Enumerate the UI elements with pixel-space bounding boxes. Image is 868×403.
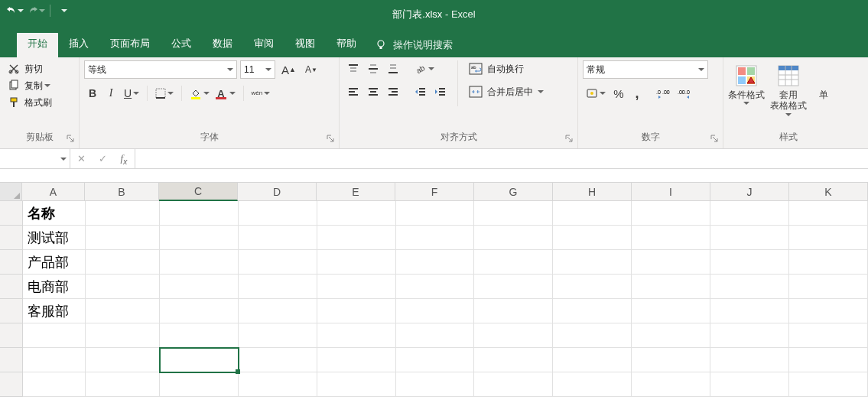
cell-H3[interactable] [553, 250, 632, 275]
cell-J4[interactable] [710, 275, 789, 299]
cell-G8[interactable] [474, 372, 553, 397]
tab-review[interactable]: 审阅 [243, 31, 284, 57]
number-launcher[interactable] [709, 133, 720, 144]
increase-indent-button[interactable] [431, 83, 450, 100]
cell-H1[interactable] [553, 201, 632, 226]
font-color-button[interactable]: A [214, 85, 238, 102]
column-header-F[interactable]: F [395, 183, 474, 201]
cell-H6[interactable] [553, 323, 632, 348]
column-header-D[interactable]: D [238, 183, 317, 201]
cell-K8[interactable] [789, 372, 868, 397]
cell-I5[interactable] [632, 299, 710, 323]
cell-B1[interactable] [86, 201, 160, 226]
column-header-I[interactable]: I [632, 183, 710, 201]
bold-button[interactable]: B [84, 85, 101, 102]
enter-formula-button[interactable]: ✓ [92, 151, 113, 167]
cell-D6[interactable] [239, 323, 317, 348]
accounting-format-button[interactable] [583, 85, 609, 102]
tab-home[interactable]: 开始 [17, 31, 58, 57]
alignment-launcher[interactable] [564, 133, 574, 144]
cell-K3[interactable] [789, 250, 868, 275]
cell-B6[interactable] [86, 323, 160, 348]
cell-I4[interactable] [632, 275, 710, 299]
column-header-E[interactable]: E [317, 183, 395, 201]
cell-D8[interactable] [239, 372, 317, 397]
tab-page-layout[interactable]: 页面布局 [99, 31, 161, 57]
align-center-button[interactable] [364, 83, 382, 100]
orientation-button[interactable]: ab [411, 60, 437, 77]
cell-E3[interactable] [317, 250, 396, 275]
cell-D2[interactable] [239, 226, 317, 250]
cell-K5[interactable] [789, 299, 868, 323]
cell-I3[interactable] [632, 250, 710, 275]
cell-I1[interactable] [632, 201, 710, 226]
column-header-K[interactable]: K [789, 183, 868, 201]
border-button[interactable] [152, 85, 177, 102]
phonetic-guide-button[interactable]: wén [249, 85, 274, 102]
column-header-C[interactable]: C [159, 183, 238, 201]
row-header-1[interactable] [0, 201, 23, 226]
tab-file[interactable] [0, 45, 17, 57]
column-header-H[interactable]: H [553, 183, 632, 201]
cell-J3[interactable] [710, 250, 789, 275]
wrap-text-button[interactable]: ab 自动换行 [466, 60, 544, 77]
decrease-indent-button[interactable] [411, 83, 430, 100]
row-header-3[interactable] [0, 250, 23, 275]
cell-I8[interactable] [632, 372, 710, 397]
cell-B2[interactable] [86, 226, 160, 250]
redo-button[interactable] [26, 2, 46, 19]
cell-F4[interactable] [396, 275, 475, 299]
row-header-2[interactable] [0, 226, 23, 250]
cell-J6[interactable] [710, 323, 789, 348]
cell-C3[interactable] [160, 250, 239, 275]
cell-G1[interactable] [474, 201, 553, 226]
cell-J1[interactable] [710, 201, 789, 226]
cell-C1[interactable] [160, 201, 239, 226]
cell-C7[interactable] [160, 348, 239, 372]
cell-B8[interactable] [86, 372, 160, 397]
font-name-combo[interactable]: 等线 [84, 60, 237, 79]
qat-customize[interactable] [54, 2, 74, 19]
cell-B4[interactable] [86, 275, 160, 299]
cell-G7[interactable] [474, 348, 553, 372]
cell-A8[interactable] [23, 372, 86, 397]
cell-A6[interactable] [23, 323, 86, 348]
column-header-J[interactable]: J [710, 183, 789, 201]
cell-I2[interactable] [632, 226, 710, 250]
row-header-5[interactable] [0, 299, 23, 323]
cell-H2[interactable] [553, 226, 632, 250]
shrink-font-button[interactable]: A▼ [302, 61, 320, 78]
align-middle-button[interactable] [364, 60, 382, 77]
cell-A3[interactable]: 产品部 [23, 250, 86, 275]
cell-D4[interactable] [239, 275, 317, 299]
formula-input[interactable] [135, 149, 868, 168]
comma-button[interactable]: , [629, 85, 645, 102]
cell-H8[interactable] [553, 372, 632, 397]
cell-E5[interactable] [317, 299, 396, 323]
cut-button[interactable]: 剪切 [5, 60, 74, 77]
decrease-decimal-button[interactable]: .00.0 [675, 85, 694, 102]
insert-function-button[interactable]: fx [113, 151, 135, 167]
cell-A2[interactable]: 测试部 [23, 226, 86, 250]
cell-I7[interactable] [632, 348, 710, 372]
cell-C6[interactable] [160, 323, 239, 348]
cell-K2[interactable] [789, 226, 868, 250]
row-header-8[interactable] [0, 372, 23, 397]
name-box[interactable] [0, 149, 70, 168]
cell-C2[interactable] [160, 226, 239, 250]
cell-F1[interactable] [396, 201, 475, 226]
cell-F7[interactable] [396, 348, 475, 372]
cell-H5[interactable] [553, 299, 632, 323]
cell-A1[interactable]: 名称 [23, 201, 86, 226]
column-header-A[interactable]: A [22, 183, 85, 201]
align-right-button[interactable] [384, 83, 402, 100]
font-launcher[interactable] [325, 133, 336, 144]
cell-G6[interactable] [474, 323, 553, 348]
format-painter-button[interactable]: 格式刷 [5, 94, 74, 111]
cell-J8[interactable] [710, 372, 789, 397]
cell-H4[interactable] [553, 275, 632, 299]
underline-button[interactable]: U [121, 85, 142, 102]
cell-F6[interactable] [396, 323, 475, 348]
row-header-6[interactable] [0, 323, 23, 348]
cell-D7[interactable] [239, 348, 317, 372]
